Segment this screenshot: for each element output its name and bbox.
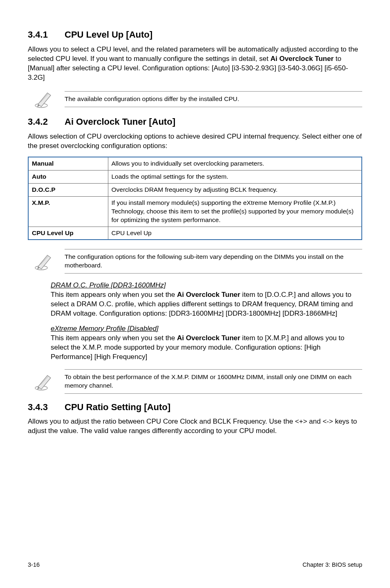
para-341: Allows you to select a CPU level, and th…: [28, 45, 362, 83]
note-342b: To obtain the best performance of the X.…: [28, 368, 362, 395]
table-row: D.O.C.POverclocks DRAM frequency by adju…: [28, 183, 362, 196]
note-342b-text: To obtain the best performance of the X.…: [65, 369, 362, 394]
opt-key: Manual: [28, 157, 108, 170]
opt-val: Loads the optimal settings for the syste…: [108, 170, 362, 183]
opt-key: Auto: [28, 170, 108, 183]
note-341: The available configuration options diff…: [28, 88, 362, 110]
opt-val: CPU Level Up: [108, 227, 362, 240]
opt-key: D.O.C.P: [28, 183, 108, 196]
footer-chapter: Chapter 3: BIOS setup: [303, 561, 362, 569]
heading-341: 3.4.1CPU Level Up [Auto]: [28, 29, 362, 41]
opt-key: X.M.P.: [28, 196, 108, 227]
pencil-note-icon: [34, 252, 53, 271]
pencil-note-icon: [34, 90, 53, 108]
options-table: ManualAllows you to individually set ove…: [28, 157, 362, 240]
sub-xmp: eXtreme Memory Profile [Disabled] This i…: [51, 324, 362, 362]
sub-dram-oc: DRAM O.C. Profile [DDR3-1600MHz] This it…: [51, 281, 362, 319]
heading-342-num: 3.4.2: [28, 116, 65, 128]
table-row: ManualAllows you to individually set ove…: [28, 157, 362, 170]
heading-342: 3.4.2Ai Overclock Tuner [Auto]: [28, 116, 362, 128]
para-343: Allows you to adjust the ratio between C…: [28, 417, 362, 436]
page-footer: 3-16 Chapter 3: BIOS setup: [28, 561, 362, 569]
heading-343: 3.4.3CPU Ratio Setting [Auto]: [28, 401, 362, 413]
sub-xmp-head: eXtreme Memory Profile [Disabled]: [51, 324, 362, 334]
sub-dram-oc-head: DRAM O.C. Profile [DDR3-1600MHz]: [51, 281, 362, 290]
opt-val: If you install memory module(s) supporti…: [108, 196, 362, 227]
note-341-text: The available configuration options diff…: [65, 91, 362, 107]
note-342a: The configuration options for the follow…: [28, 247, 362, 275]
opt-val: Overclocks DRAM frequency by adjusting B…: [108, 183, 362, 196]
para-342: Allows selection of CPU overclocking opt…: [28, 132, 362, 151]
table-row: AutoLoads the optimal settings for the s…: [28, 170, 362, 183]
heading-343-num: 3.4.3: [28, 401, 65, 413]
heading-341-title: CPU Level Up [Auto]: [65, 29, 152, 40]
heading-342-title: Ai Overclock Tuner [Auto]: [65, 117, 175, 127]
table-row: CPU Level UpCPU Level Up: [28, 227, 362, 240]
pencil-note-icon: [34, 372, 53, 391]
table-row: X.M.P.If you install memory module(s) su…: [28, 196, 362, 227]
sub-xmp-body: This item appears only when you set the …: [51, 334, 362, 362]
opt-val: Allows you to individually set overclock…: [108, 157, 362, 170]
heading-343-title: CPU Ratio Setting [Auto]: [65, 402, 170, 412]
heading-341-num: 3.4.1: [28, 29, 65, 41]
footer-page-num: 3-16: [28, 561, 40, 569]
note-342a-text: The configuration options for the follow…: [65, 249, 362, 274]
sub-dram-oc-body: This item appears only when you set the …: [51, 290, 362, 319]
opt-key: CPU Level Up: [28, 227, 108, 240]
